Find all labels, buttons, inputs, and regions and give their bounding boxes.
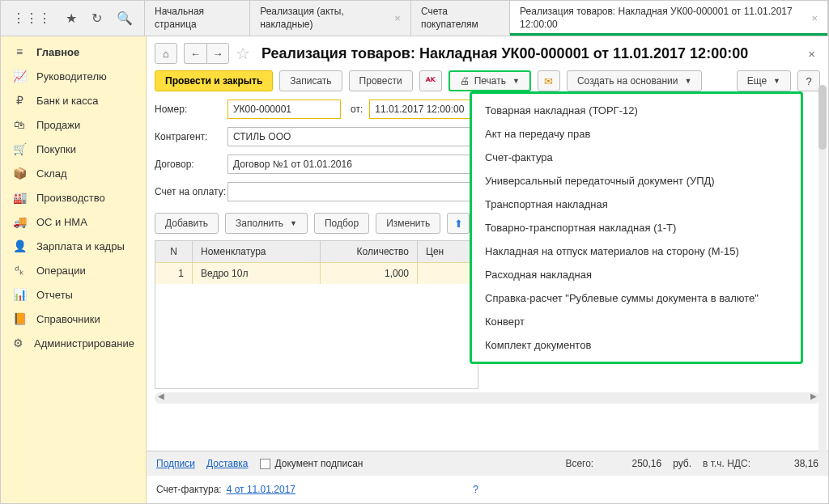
back-button[interactable]: ← (184, 43, 206, 64)
signatures-link[interactable]: Подписи (156, 458, 195, 469)
search-icon[interactable]: 🔍 (117, 11, 133, 26)
invoice-link[interactable]: 4 от 11.01.2017 (227, 484, 295, 495)
truck-icon: 🚚 (12, 215, 27, 228)
more-button[interactable]: Еще▼ (737, 70, 791, 91)
home-button[interactable]: ⌂ (155, 43, 177, 64)
apps-icon[interactable]: ⋮⋮⋮ (12, 11, 51, 26)
invoice-row: Счет-фактура: 4 от 11.01.2017 ? (147, 476, 828, 503)
print-menu-item[interactable]: Товарно-транспортная накладная (1-Т) (472, 216, 801, 239)
sidebar-item-label: Руководителю (36, 70, 107, 83)
close-icon[interactable]: × (394, 12, 401, 24)
delivery-link[interactable]: Доставка (206, 458, 249, 469)
print-menu-item[interactable]: Расходная накладная (472, 263, 801, 286)
print-menu: Товарная накладная (ТОРГ-12) Акт на пере… (470, 91, 803, 364)
sidebar-item-hr[interactable]: 👤Зарплата и кадры (1, 234, 146, 258)
favorite-toggle[interactable]: ☆ (236, 44, 250, 63)
table-row[interactable]: 1 Ведро 10л 1,000 (155, 262, 478, 284)
date-field[interactable] (370, 100, 483, 118)
total-value: 250,16 (605, 458, 661, 469)
topbar-icon-tray: ⋮⋮⋮ ★ ↻ 🔍 (1, 1, 145, 36)
movements-button[interactable]: ᴬᴷ (419, 70, 442, 91)
print-menu-item[interactable]: Конверт (472, 310, 801, 333)
sidebar-item-manager[interactable]: 📈Руководителю (1, 64, 146, 88)
create-based-button[interactable]: Создать на основании▼ (567, 70, 702, 91)
print-menu-item[interactable]: Транспортная накладная (472, 193, 801, 216)
sidebar-item-purchases[interactable]: 🛒Покупки (1, 137, 146, 161)
gear-icon: ⚙ (12, 337, 24, 349)
write-button[interactable]: Записать (279, 70, 342, 91)
print-menu-item[interactable]: Акт на передачу прав (472, 122, 801, 146)
table-header: N Номенклатура Количество Цен (155, 241, 478, 262)
sidebar-item-assets[interactable]: 🚚ОС и НМА (1, 210, 146, 234)
sidebar-item-reports[interactable]: 📊Отчеты (1, 282, 146, 307)
email-button[interactable]: ✉ (538, 70, 560, 91)
print-menu-item[interactable]: Счет-фактура (472, 146, 801, 169)
sidebar-item-catalogs[interactable]: 📙Справочники (1, 307, 146, 331)
counterparty-field[interactable] (227, 127, 470, 146)
factory-icon: 🏭 (12, 191, 27, 204)
print-button[interactable]: 🖨Печать▼ (449, 70, 531, 91)
col-n[interactable]: N (155, 241, 193, 262)
print-menu-item[interactable]: Универсальный передаточный документ (УПД… (472, 169, 801, 193)
close-button[interactable]: × (803, 47, 820, 61)
invoice-label: Счет-фактура: (156, 484, 222, 495)
col-price[interactable]: Цен (418, 241, 478, 262)
close-icon[interactable]: × (811, 12, 818, 24)
contract-field[interactable] (227, 155, 470, 174)
sidebar-item-label: Операции (36, 265, 86, 277)
sidebar-item-sales[interactable]: 🛍Продажи (1, 112, 146, 137)
tab-invoices[interactable]: Счета покупателям (411, 1, 510, 36)
post-button[interactable]: Провести (349, 70, 413, 91)
star-icon[interactable]: ★ (66, 11, 77, 26)
main: ⌂ ← → ☆ Реализация товаров: Накладная УК… (147, 36, 828, 503)
print-menu-item[interactable]: Справка-расчет "Рублевые суммы документа… (472, 286, 801, 310)
print-menu-item[interactable]: Комплект документов (472, 333, 801, 357)
sidebar-item-label: Справочники (36, 313, 100, 325)
commit-close-button[interactable]: Провести и закрыть (155, 70, 273, 91)
caret-down-icon: ▼ (512, 77, 520, 85)
tab-strip: Начальная страница Реализация (акты, нак… (145, 1, 828, 36)
sidebar-item-label: Зарплата и кадры (36, 240, 125, 252)
tab-home[interactable]: Начальная страница (145, 1, 250, 36)
pay-account-field[interactable] (227, 182, 470, 201)
pick-button[interactable]: Подбор (314, 213, 369, 234)
sidebar-item-warehouse[interactable]: 📦Склад (1, 161, 146, 185)
sidebar-item-label: Продажи (36, 119, 80, 131)
sidebar-item-bank[interactable]: ₽Банк и касса (1, 88, 146, 112)
topbar: ⋮⋮⋮ ★ ↻ 🔍 Начальная страница Реализация … (1, 1, 828, 36)
help-link[interactable]: ? (473, 484, 478, 495)
fill-button[interactable]: Заполнить▼ (225, 213, 308, 234)
horizontal-scrollbar[interactable] (155, 392, 820, 404)
sidebar-item-admin[interactable]: ⚙Администрирование (1, 331, 146, 355)
cell-price (418, 263, 478, 284)
vertical-scrollbar[interactable] (818, 85, 827, 471)
sidebar-item-main[interactable]: ≡Главное (1, 40, 146, 64)
bag-icon: 🛍 (12, 118, 27, 131)
header-row: ⌂ ← → ☆ Реализация товаров: Накладная УК… (147, 36, 828, 70)
signed-checkbox[interactable]: Документ подписан (260, 458, 363, 469)
page-title: Реализация товаров: Накладная УК00-00000… (261, 45, 748, 62)
total-label: Всего: (565, 458, 593, 469)
cell-quantity: 1,000 (321, 263, 418, 284)
cell-nomenclature: Ведро 10л (193, 263, 321, 284)
sidebar-item-label: Администрирование (34, 337, 134, 349)
help-button[interactable]: ? (797, 70, 820, 91)
number-label: Номер: (155, 104, 227, 115)
sidebar-item-operations[interactable]: ᵈₖОперации (1, 258, 146, 282)
tab-sales-list[interactable]: Реализация (акты, накладные)× (250, 1, 411, 36)
col-quantity[interactable]: Количество (321, 241, 418, 262)
col-nomenclature[interactable]: Номенклатура (193, 241, 321, 262)
tab-document[interactable]: Реализация товаров: Накладная УК00-00000… (510, 1, 828, 36)
forward-button[interactable]: → (206, 43, 229, 64)
add-row-button[interactable]: Добавить (155, 213, 219, 234)
change-button[interactable]: Изменить (376, 213, 440, 234)
pay-account-label: Счет на оплату: (155, 186, 227, 197)
print-menu-item[interactable]: Накладная на отпуск материалов на сторон… (472, 239, 801, 263)
move-up-button[interactable]: ⬆ (447, 213, 470, 234)
number-field[interactable] (227, 100, 341, 119)
sidebar-item-production[interactable]: 🏭Производство (1, 185, 146, 210)
history-icon[interactable]: ↻ (91, 11, 102, 26)
print-menu-item[interactable]: Товарная накладная (ТОРГ-12) (472, 99, 801, 122)
footer: Подписи Доставка Документ подписан Всего… (147, 451, 828, 476)
bar-chart-icon: 📊 (12, 288, 27, 301)
